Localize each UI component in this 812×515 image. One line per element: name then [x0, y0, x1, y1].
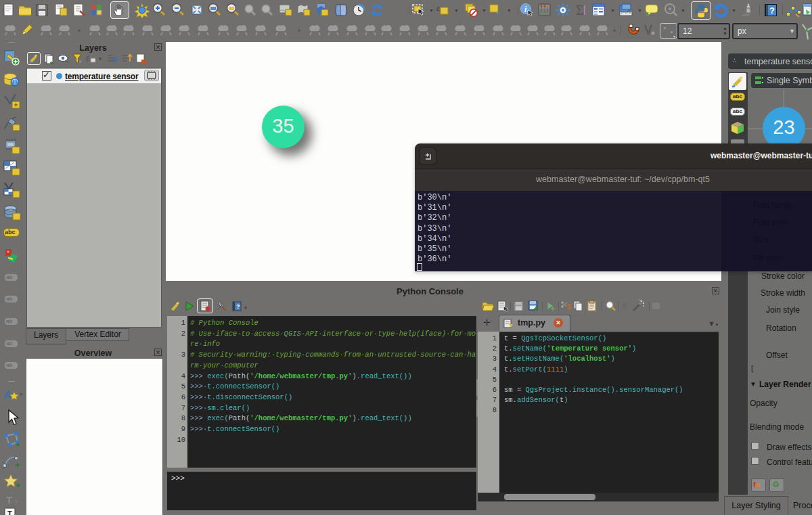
svg-text:#: # [622, 300, 627, 311]
svg-text:T: T [6, 494, 12, 506]
svg-text:T: T [7, 510, 12, 515]
svg-text:ε: ε [86, 53, 90, 63]
svg-text:$: $ [567, 303, 571, 311]
svg-text:?: ? [236, 303, 240, 310]
